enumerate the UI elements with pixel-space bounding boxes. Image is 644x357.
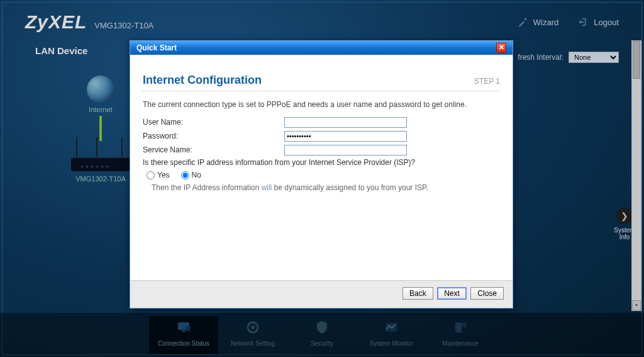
radio-no-label: No [192, 171, 201, 179]
hint-text: Then the IP Address information will be … [152, 183, 500, 192]
isp-question: Is there specific IP address information… [143, 158, 500, 167]
service-name-input[interactable] [284, 145, 407, 156]
modal-title: Quick Start [136, 43, 177, 52]
username-input[interactable] [284, 117, 407, 128]
intro-text: The current connection type is set to PP… [143, 100, 500, 109]
close-icon[interactable]: ✕ [496, 43, 506, 53]
quick-start-modal: Quick Start ✕ Internet Configuration STE… [130, 40, 513, 309]
radio-yes-label: Yes [157, 171, 170, 179]
service-name-label: Service Name: [143, 145, 284, 154]
password-label: Password: [143, 132, 284, 140]
next-button[interactable]: Next [437, 287, 467, 300]
username-label: User Name: [143, 118, 284, 127]
back-button[interactable]: Back [402, 287, 433, 300]
password-input[interactable] [284, 131, 407, 142]
step-indicator: STEP 1 [474, 77, 500, 86]
radio-yes[interactable]: Yes [147, 171, 170, 179]
section-title: Internet Configuration [143, 74, 262, 87]
close-button[interactable]: Close [470, 287, 504, 300]
radio-no[interactable]: No [181, 171, 201, 179]
